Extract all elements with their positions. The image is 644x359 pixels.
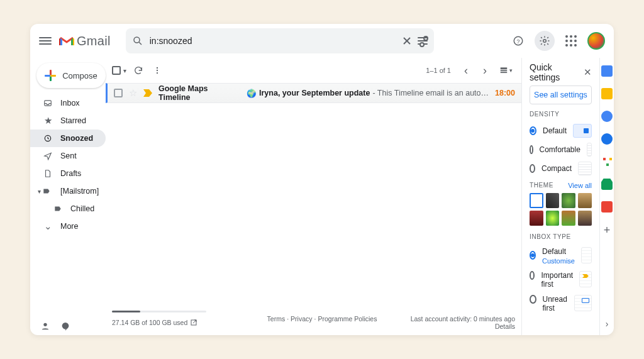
main-menu-button[interactable]: [39, 37, 52, 45]
mail-row[interactable]: ☆ Google Maps Timeline 🌍 Iryna, your Sep…: [106, 83, 521, 103]
calendar-app-icon[interactable]: [601, 65, 613, 77]
refresh-button[interactable]: [130, 60, 147, 80]
close-settings-icon[interactable]: ✕: [584, 67, 592, 78]
terms-link[interactable]: Terms: [267, 315, 286, 323]
apps-grid-icon: [565, 35, 577, 47]
prev-page-button[interactable]: ‹: [458, 60, 474, 80]
theme-option[interactable]: [530, 193, 543, 208]
side-apps-strip: + ›: [599, 58, 614, 335]
details-link[interactable]: Details: [411, 323, 515, 330]
mail-checkbox[interactable]: [114, 89, 123, 97]
nav-mailstrom[interactable]: ▾[Mailstrom]: [30, 182, 106, 200]
inbox-type-important[interactable]: Important first: [530, 268, 592, 292]
svg-line-1: [139, 42, 142, 45]
theme-option[interactable]: [530, 211, 543, 226]
storage-text: 27.14 GB of 100 GB used: [112, 319, 187, 326]
gear-icon: [539, 35, 550, 47]
density-compact[interactable]: Compact: [530, 159, 592, 178]
apps-button[interactable]: [561, 31, 581, 51]
inbox-type-default[interactable]: DefaultCustomise: [530, 244, 592, 268]
nav-chilled[interactable]: Chilled: [30, 200, 106, 218]
search-options-icon[interactable]: [418, 36, 428, 45]
density-label: DENSITY: [530, 111, 592, 118]
theme-option[interactable]: [562, 211, 575, 226]
settings-button[interactable]: [535, 31, 555, 51]
radio-icon: [530, 251, 536, 260]
svg-point-9: [43, 323, 47, 326]
file-icon: [43, 168, 53, 179]
see-all-settings-button[interactable]: See all settings: [530, 86, 592, 104]
mail-subject: Iryna, your September update: [259, 89, 370, 97]
nav-sent[interactable]: Sent: [30, 147, 106, 165]
radio-icon: [530, 164, 535, 173]
nav-more[interactable]: ⌄More: [30, 218, 106, 235]
open-external-icon[interactable]: [190, 319, 197, 326]
send-icon: [43, 151, 53, 161]
collapse-side-panel-icon[interactable]: ›: [606, 319, 609, 329]
svg-text:?: ?: [516, 38, 519, 45]
nav-starred[interactable]: ★Starred: [30, 112, 106, 130]
radio-icon: [530, 295, 536, 304]
search-bar[interactable]: [126, 28, 434, 53]
mail-subject-wrap: 🌍 Iryna, your September update - This Ti…: [247, 89, 489, 98]
tasks-app-icon[interactable]: [601, 111, 613, 122]
support-button[interactable]: ?: [508, 31, 528, 51]
account-avatar[interactable]: [587, 32, 605, 50]
top-bar: Gmail ?: [30, 24, 614, 58]
radio-icon: [530, 145, 533, 154]
keep-app-icon[interactable]: [601, 88, 613, 99]
svg-point-11: [157, 67, 158, 69]
split-pane-button[interactable]: ▾: [496, 60, 515, 80]
more-button[interactable]: [150, 60, 164, 80]
nav-snoozed[interactable]: Snoozed: [30, 130, 106, 147]
addon-icon[interactable]: [601, 156, 613, 167]
customise-link[interactable]: Customise: [542, 257, 575, 265]
density-default[interactable]: Default: [530, 121, 592, 140]
theme-view-all[interactable]: View all: [568, 182, 592, 189]
contacts-app-icon[interactable]: [601, 133, 613, 145]
gmail-wordmark: Gmail: [77, 34, 111, 48]
search-icon: [132, 35, 143, 47]
important-marker-icon[interactable]: [143, 89, 152, 97]
mail-time: 18:00: [495, 89, 515, 97]
addon-icon[interactable]: [601, 201, 613, 213]
next-page-button[interactable]: ›: [477, 60, 492, 80]
theme-option[interactable]: [578, 211, 592, 226]
theme-option[interactable]: [562, 193, 575, 208]
get-addons-button[interactable]: +: [604, 224, 611, 237]
mail-snippet: - This Timeline email is an auto…: [372, 89, 489, 97]
policies-link[interactable]: Programme Policies: [318, 315, 377, 323]
inbox-type-unread[interactable]: Unread first: [530, 292, 592, 316]
gmail-m-icon: [59, 35, 74, 47]
mail-toolbar: ▾ 1–1 of 1 ‹ › ▾: [106, 58, 521, 83]
pagination-info: 1–1 of 1: [426, 67, 451, 74]
hangouts-icon[interactable]: [60, 321, 70, 331]
compose-button[interactable]: Compose: [36, 63, 106, 88]
theme-option[interactable]: [578, 193, 592, 208]
gmail-logo[interactable]: Gmail: [59, 34, 111, 48]
addon-icon[interactable]: [601, 179, 613, 190]
footer: 27.14 GB of 100 GB used Terms· Privacy· …: [106, 307, 521, 335]
star-icon[interactable]: ☆: [129, 87, 137, 99]
density-comfortable[interactable]: Comfortable: [530, 140, 592, 159]
theme-option[interactable]: [546, 193, 560, 208]
label-icon: [42, 187, 51, 196]
search-input[interactable]: [150, 36, 396, 46]
storage-bar: [112, 311, 206, 312]
plus-icon: [45, 70, 56, 81]
nav-drafts[interactable]: Drafts: [30, 165, 106, 182]
clear-search-icon[interactable]: [402, 36, 411, 45]
select-all-checkbox[interactable]: [112, 66, 121, 75]
mail-sender: Google Maps Timeline: [158, 84, 240, 102]
theme-label: THEMEView all: [530, 182, 592, 189]
svg-rect-15: [500, 70, 507, 71]
person-icon[interactable]: [40, 321, 50, 331]
theme-option[interactable]: [546, 211, 560, 226]
select-dropdown-icon[interactable]: ▾: [123, 67, 126, 74]
quick-settings-panel: Quick settings ✕ See all settings DENSIT…: [521, 58, 599, 335]
main-panel: ▾ 1–1 of 1 ‹ › ▾ ☆ Google Maps Timeline …: [106, 58, 521, 335]
svg-rect-16: [500, 72, 507, 73]
privacy-link[interactable]: Privacy: [291, 315, 312, 323]
nav-inbox[interactable]: Inbox: [30, 94, 106, 112]
svg-rect-14: [500, 67, 507, 69]
